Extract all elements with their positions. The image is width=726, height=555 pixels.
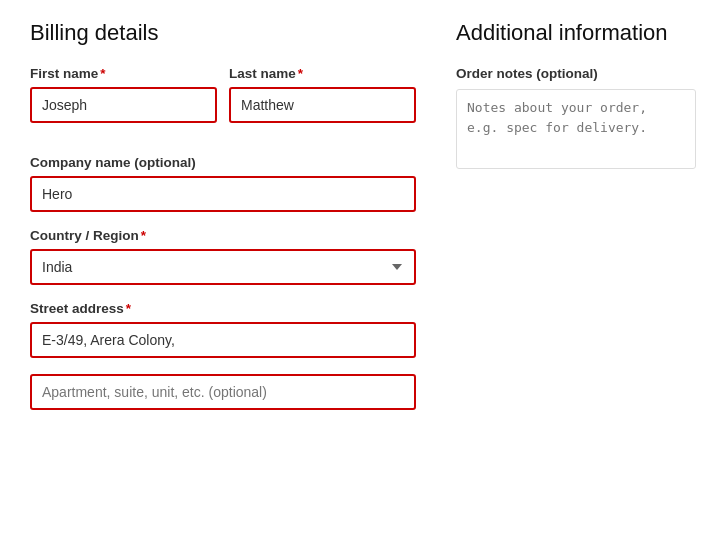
last-name-group: Last name* [229,66,416,123]
country-region-required: * [141,228,146,243]
apartment-group [30,374,416,410]
additional-title: Additional information [456,20,696,46]
company-name-group: Company name (optional) [30,155,416,212]
street-address-required: * [126,301,131,316]
first-name-input[interactable] [30,87,217,123]
street-address-group: Street address* [30,301,416,358]
country-region-select[interactable]: India United States United Kingdom Austr… [30,249,416,285]
billing-section: Billing details First name* Last name* C… [30,20,416,426]
first-name-group: First name* [30,66,217,123]
order-notes-label: Order notes (optional) [456,66,696,81]
page-layout: Billing details First name* Last name* C… [30,20,696,426]
last-name-label: Last name* [229,66,416,81]
street-address-label: Street address* [30,301,416,316]
last-name-input[interactable] [229,87,416,123]
name-row: First name* Last name* [30,66,416,139]
apartment-input[interactable] [30,374,416,410]
order-notes-textarea[interactable] [456,89,696,169]
company-name-input[interactable] [30,176,416,212]
first-name-label: First name* [30,66,217,81]
additional-section: Additional information Order notes (opti… [456,20,696,426]
order-notes-group: Order notes (optional) [456,66,696,169]
street-address-input[interactable] [30,322,416,358]
company-name-label: Company name (optional) [30,155,416,170]
first-name-required: * [100,66,105,81]
country-region-label: Country / Region* [30,228,416,243]
last-name-required: * [298,66,303,81]
country-region-group: Country / Region* India United States Un… [30,228,416,285]
billing-title: Billing details [30,20,416,46]
